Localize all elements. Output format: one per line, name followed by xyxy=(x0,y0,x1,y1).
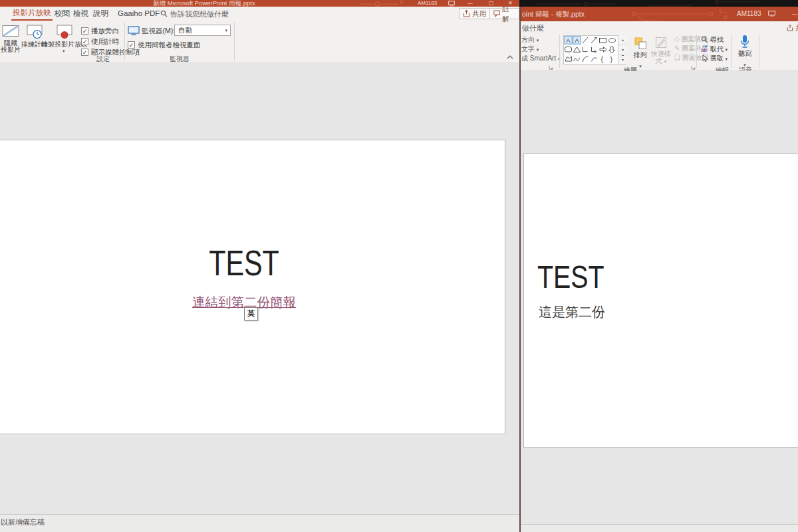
shape-outline-icon: ✎ xyxy=(674,45,680,52)
shape-icons[interactable]: A A xyxy=(564,36,617,63)
desktop: 新增 Microsoft PowerPoint 簡報.pptx AM1183 —… xyxy=(0,0,798,532)
select-button[interactable]: 選取 ▾ xyxy=(701,55,728,63)
tellme-box-partial[interactable]: 做什麼 xyxy=(522,23,544,33)
tab-view[interactable]: 檢視 xyxy=(72,7,90,21)
align-text-button-partial[interactable]: 文字 ▾ xyxy=(521,45,539,53)
dropdown-caret: ▾ xyxy=(726,48,728,52)
share-button-partial[interactable]: 共 xyxy=(787,23,798,33)
slide-title-text[interactable]: TEST xyxy=(182,245,306,281)
dictate-button[interactable]: 聽寫 ▾ xyxy=(735,35,755,68)
gallery-expand-button[interactable]: ▾ xyxy=(618,55,627,64)
monitor-dropdown-label: 監視器(M): xyxy=(142,27,175,36)
right-titlebar: oint 簡報 - 複製.pptx AM1183 — xyxy=(521,7,798,21)
maximize-button[interactable]: ▢ xyxy=(489,0,494,7)
dropdown-caret: ▾ xyxy=(664,60,667,64)
svg-text:A: A xyxy=(575,37,579,44)
find-icon xyxy=(701,36,708,43)
share-icon xyxy=(463,10,470,17)
account-name[interactable]: AM1183 xyxy=(737,10,761,17)
monitor-icon xyxy=(128,26,140,35)
left-window-title: 新增 Microsoft PowerPoint 簡報.pptx xyxy=(153,0,255,7)
left-ribbon: 隱藏 投影片 排練計時 錄製投影片放映 ▾ ✓播放旁白 xyxy=(0,21,519,63)
left-notes-pane[interactable]: 以新增備忘稿 xyxy=(0,514,519,532)
select-cursor-icon xyxy=(701,55,708,62)
ribbon-display-options-icon[interactable] xyxy=(448,1,455,7)
titlebar-circuit-decoration xyxy=(359,0,412,7)
monitor-combobox[interactable]: 自動 ▾ xyxy=(174,25,231,36)
right-powerpoint-window: oint 簡報 - 複製.pptx AM1183 — 做什麼 xyxy=(519,7,798,532)
checkbox-checked: ✓ xyxy=(81,49,88,56)
svg-text:A: A xyxy=(567,37,571,44)
dropdown-caret: ▾ xyxy=(726,57,728,61)
text-direction-button-partial[interactable]: 方向 ▾ xyxy=(521,36,539,44)
comment-icon xyxy=(493,10,500,17)
tab-help[interactable]: 說明 xyxy=(92,7,110,21)
comments-button[interactable]: 註解 xyxy=(489,8,519,19)
left-slide-canvas: TEST 連結到第二份簡報 英 xyxy=(0,63,519,514)
notes-placeholder-text: 以新增備忘稿 xyxy=(1,517,45,527)
right-ribbon: 方向 ▾ 文字 ▾ 成 SmartArt ▾ A A xyxy=(521,33,798,71)
tab-slideshow[interactable]: 投影片放映 xyxy=(11,7,53,21)
quick-styles-button[interactable]: 快速樣 式 ▾ xyxy=(650,35,672,68)
gallery-scroll-up-button[interactable]: ▴ xyxy=(618,35,627,45)
slide-subtitle-text[interactable]: 這是第二份 xyxy=(539,303,605,321)
dropdown-caret: ▾ xyxy=(537,48,539,52)
right-slide[interactable]: TEST 這是第二份 xyxy=(523,153,798,448)
right-ribbon-tab-strip: 做什麼 共 xyxy=(521,21,798,33)
record-slideshow-icon xyxy=(57,24,72,39)
monitors-group-label: 監視器 xyxy=(160,55,200,64)
checkbox-checked: ✓ xyxy=(81,38,88,45)
quick-styles-icon xyxy=(655,37,667,49)
arrange-icon xyxy=(634,37,647,50)
dictate-microphone-icon xyxy=(739,35,750,49)
group-separator xyxy=(759,35,759,68)
dropdown-caret: ▾ xyxy=(537,39,539,43)
left-slide[interactable]: TEST 連結到第二份簡報 xyxy=(0,140,505,434)
shape-fill-icon: ◇ xyxy=(674,35,680,43)
share-button[interactable]: 共用 xyxy=(459,8,490,19)
tab-gaaiho-pdf[interactable]: Gaaiho PDF xyxy=(116,7,161,21)
share-icon xyxy=(787,25,793,31)
ime-language-badge: 英 xyxy=(244,307,258,321)
hide-slide-icon xyxy=(2,24,19,39)
svg-text:}: } xyxy=(610,55,613,63)
group-separator xyxy=(234,22,235,61)
arrange-button[interactable]: 排列 ▾ xyxy=(631,35,650,68)
tellme-box[interactable]: 告訴我您想做什麼 xyxy=(170,9,229,19)
hide-slide-button[interactable]: 隱藏 投影片 xyxy=(1,23,21,59)
right-notes-pane[interactable] xyxy=(521,524,798,532)
left-powerpoint-window: 新增 Microsoft PowerPoint 簡報.pptx AM1183 —… xyxy=(0,0,519,532)
right-window-title: oint 簡報 - 複製.pptx xyxy=(522,10,585,19)
rehearse-timings-icon xyxy=(27,24,43,39)
collapse-ribbon-chevron[interactable] xyxy=(507,55,513,59)
right-slide-canvas: TEST 這是第二份 xyxy=(521,71,798,524)
account-name[interactable]: AM1183 xyxy=(418,0,437,7)
svg-text:{: { xyxy=(601,55,604,63)
minimize-button[interactable]: — xyxy=(467,0,473,7)
tab-review[interactable]: 校閱 xyxy=(53,7,71,21)
record-slideshow-button[interactable]: 錄製投影片放映 ▾ xyxy=(49,23,80,61)
tellme-search-icon xyxy=(160,10,168,17)
dialog-launcher-icon[interactable] xyxy=(691,65,696,70)
group-separator xyxy=(124,22,125,61)
group-separator xyxy=(559,35,560,68)
svg-text:ab: ab xyxy=(701,47,707,53)
setup-group-label: 設定 xyxy=(90,55,116,64)
find-button[interactable]: 尋找 xyxy=(701,36,724,44)
shapes-gallery[interactable]: A A xyxy=(563,35,626,65)
gallery-scrollbar: ▴ ▾ ▾ xyxy=(618,35,627,64)
replace-button[interactable]: ab 取代 ▾ xyxy=(701,45,728,53)
group-separator xyxy=(696,35,697,68)
combobox-caret: ▾ xyxy=(225,29,227,33)
group-separator xyxy=(732,35,732,68)
checkbox-checked: ✓ xyxy=(128,41,135,49)
replace-icon: ab xyxy=(701,45,708,53)
presenter-view-checkbox[interactable]: ✓使用簡報者檢視畫面 xyxy=(128,39,201,51)
convert-smartart-button-partial[interactable]: 成 SmartArt ▾ xyxy=(521,55,561,63)
dialog-launcher-icon[interactable] xyxy=(549,65,553,70)
slide-title-text[interactable]: TEST xyxy=(537,261,604,293)
titlebar-circuit-decoration xyxy=(614,7,730,21)
minimize-button[interactable]: — xyxy=(792,11,797,17)
gallery-scroll-down-button[interactable]: ▾ xyxy=(618,45,627,55)
ribbon-display-options-icon[interactable] xyxy=(768,11,775,17)
